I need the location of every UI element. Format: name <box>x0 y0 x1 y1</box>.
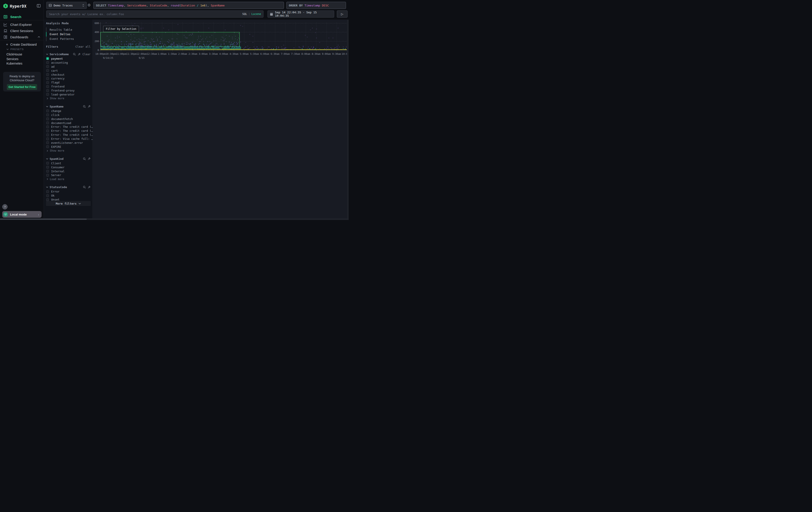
filter-option-error[interactable]: Error <box>46 190 90 194</box>
search-input[interactable] <box>49 12 242 16</box>
help-button[interactable]: ? <box>2 204 7 210</box>
checkbox[interactable] <box>46 162 49 164</box>
show-more-spanname[interactable]: Show more <box>46 149 90 153</box>
vertical-scrollbar[interactable] <box>347 20 349 218</box>
analysis-option-event-deltas[interactable]: Event Deltas <box>46 32 90 37</box>
checkbox[interactable] <box>46 85 49 88</box>
checkbox[interactable] <box>46 73 49 76</box>
mode-lucene-toggle[interactable]: Lucene <box>252 12 261 16</box>
horizontal-scrollbar[interactable] <box>0 218 349 220</box>
pin-icon[interactable] <box>88 105 90 108</box>
filter-option-currency[interactable]: currency <box>46 77 90 81</box>
checkbox[interactable] <box>46 117 49 120</box>
filter-option-error-the-credit-card-[interactable]: Error: The credit card (… <box>46 133 90 137</box>
checkbox[interactable] <box>46 141 49 144</box>
pin-icon[interactable] <box>88 157 90 160</box>
scrollbar-thumb[interactable] <box>0 219 87 220</box>
mode-sql-toggle[interactable]: SQL <box>242 12 247 16</box>
run-query-button[interactable]: ▷ <box>337 10 348 18</box>
filter-option-error-the-credit-card-[interactable]: Error: The credit card (… <box>46 129 90 133</box>
filter-option-expire[interactable]: EXPIRE <box>46 145 90 149</box>
search-icon[interactable] <box>83 105 86 108</box>
filter-option-server[interactable]: Server <box>46 173 90 177</box>
checkbox[interactable] <box>46 81 49 84</box>
filter-option-frontend[interactable]: frontend <box>46 85 90 89</box>
clear-all-button[interactable]: Clear all <box>76 45 90 48</box>
checkbox[interactable] <box>46 190 49 193</box>
sidebar-item-dashboards[interactable]: Dashboards <box>0 34 44 40</box>
sidebar-item-kubernetes[interactable]: Kubernetes <box>6 62 23 65</box>
sidebar-item-clickhouse[interactable]: ClickHouse <box>6 53 22 56</box>
order-by-input[interactable]: ORDER BY Timestamp DESC <box>286 2 346 9</box>
checkbox[interactable] <box>46 138 49 140</box>
checkbox[interactable] <box>46 130 49 132</box>
more-filters-button[interactable]: More filters <box>46 201 91 206</box>
show-more-servicename[interactable]: Show more <box>46 97 90 100</box>
pin-icon[interactable] <box>78 53 81 56</box>
filter-option-consumer[interactable]: Consumer <box>46 165 90 169</box>
checkbox[interactable] <box>46 174 49 177</box>
checkbox[interactable] <box>46 113 49 116</box>
filter-option-internal[interactable]: Internal <box>46 169 90 173</box>
checkbox[interactable] <box>46 65 49 68</box>
filter-option-checkout[interactable]: checkout <box>46 73 90 77</box>
analysis-option-event-patterns[interactable]: Event Patterns <box>46 36 90 41</box>
filter-option-change[interactable]: change <box>46 109 90 113</box>
filter-option-payment[interactable]: ✓payment <box>46 57 90 61</box>
load-more-spankind[interactable]: Load more <box>46 177 90 181</box>
search-icon[interactable] <box>83 157 86 160</box>
filter-option-load-generator[interactable]: load-generator <box>46 92 90 97</box>
filter-option-documentload[interactable]: documentLoad <box>46 121 90 125</box>
checkbox[interactable] <box>46 170 49 172</box>
checkbox[interactable] <box>46 166 49 168</box>
checkbox[interactable] <box>46 134 49 136</box>
sql-select-input[interactable]: SELECT Timestamp, ServiceName, StatusCod… <box>93 2 284 9</box>
search-icon[interactable] <box>73 53 76 56</box>
filter-option-ad[interactable]: ad <box>46 64 90 69</box>
filter-option-error-the-credit-card-[interactable]: Error: The credit card (… <box>46 125 90 129</box>
analysis-option-results-table[interactable]: Results Table <box>46 27 90 32</box>
sidebar-item-client-sessions[interactable]: Client Sessions <box>0 27 44 34</box>
checkbox[interactable] <box>46 145 49 148</box>
filter-option-eventlistener-error[interactable]: eventListener.error <box>46 141 90 145</box>
checkbox[interactable] <box>46 198 49 201</box>
filter-option-cart[interactable]: cart <box>46 69 90 73</box>
checkbox[interactable] <box>46 89 49 92</box>
user-menu[interactable]: U Local mode › <box>2 211 41 218</box>
checkbox[interactable] <box>46 126 49 128</box>
filter-option-flagd[interactable]: flagd <box>46 81 90 85</box>
search-icon[interactable] <box>83 186 86 189</box>
create-dashboard-button[interactable]: + Create Dashboard <box>6 43 37 47</box>
get-started-button[interactable]: Get Started for Free <box>7 84 37 90</box>
sidebar-item-search[interactable]: Search <box>0 14 44 20</box>
checkbox[interactable] <box>46 122 49 124</box>
checkbox[interactable] <box>46 61 49 64</box>
checkbox[interactable] <box>46 93 49 96</box>
checkbox[interactable] <box>46 194 49 197</box>
filter-option-error-visa-cache-full-[interactable]: Error: Visa cache full: … <box>46 137 90 141</box>
checkbox[interactable] <box>46 110 49 112</box>
chart-selection-box[interactable] <box>100 32 240 47</box>
checkbox-checked[interactable]: ✓ <box>46 57 49 60</box>
filter-option-accounting[interactable]: accounting <box>46 60 90 64</box>
clear-group-button[interactable]: Clear <box>83 53 90 56</box>
sidebar-item-chart-explorer[interactable]: Chart Explorer <box>0 21 44 28</box>
presets-section-toggle[interactable]: PRESETS <box>6 48 24 51</box>
sql-token <box>195 4 197 7</box>
time-range-picker[interactable]: Sep 14 22:04:35 - Sep 15 10:04:35 <box>267 10 334 18</box>
filter-option-documentfetch[interactable]: documentFetch <box>46 117 90 121</box>
gear-icon[interactable]: ⚙ <box>87 3 92 8</box>
filter-option-ok[interactable]: Ok <box>46 194 90 198</box>
filter-by-selection-tooltip[interactable]: Filter by Selection <box>103 26 139 32</box>
data-source-select[interactable]: Demo Traces <box>46 2 87 9</box>
sidebar-collapse-icon[interactable] <box>37 4 41 8</box>
sidebar-item-services[interactable]: Services <box>6 57 19 61</box>
filter-option-client[interactable]: Client <box>46 161 90 165</box>
filter-option-frontend-proxy[interactable]: frontend-proxy <box>46 89 90 92</box>
checkbox[interactable] <box>46 77 49 80</box>
pin-icon[interactable] <box>88 186 90 189</box>
filter-option-label: Error: The credit card (… <box>51 133 93 136</box>
filter-option-click[interactable]: click <box>46 113 90 117</box>
chevron-up-icon[interactable] <box>37 36 40 38</box>
checkbox[interactable] <box>46 69 49 72</box>
